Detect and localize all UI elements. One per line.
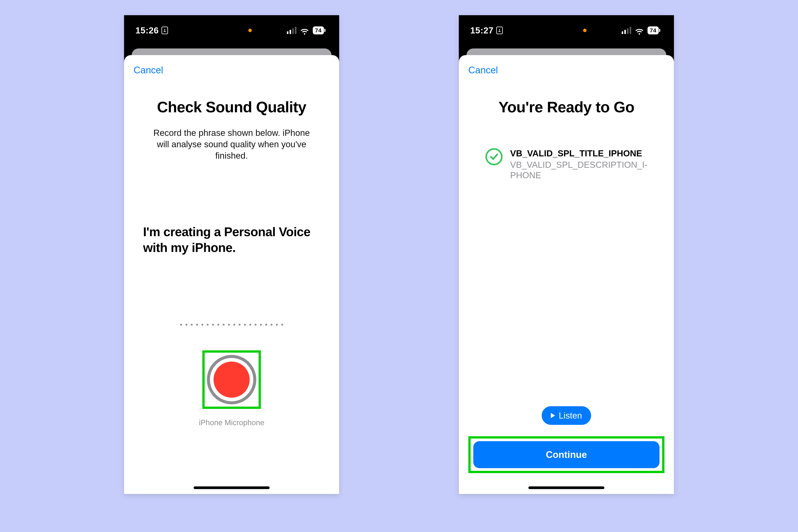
status-bar: 15:27 74 — [459, 15, 674, 45]
tutorial-highlight-box — [202, 350, 261, 409]
wifi-icon — [635, 27, 644, 34]
status-time: 15:26 — [135, 25, 159, 36]
cancel-button[interactable]: Cancel — [468, 64, 664, 76]
modal-sheet: Cancel Check Sound Quality Record the ph… — [124, 55, 339, 494]
recording-indicator-dot — [583, 29, 587, 32]
validation-description: VB_VALID_SPL_DESCRIPTION_I-PHONE — [510, 159, 647, 180]
continue-button[interactable]: Continue — [473, 441, 660, 468]
cancel-button[interactable]: Cancel — [134, 64, 330, 76]
checkmark-circle-icon — [486, 148, 502, 165]
validation-row: VB_VALID_SPL_TITLE_IPHONE VB_VALID_SPL_D… — [486, 148, 647, 180]
cellular-signal-icon — [287, 27, 297, 34]
battery-icon: 74 — [647, 26, 659, 34]
phone-screenshot-left: 15:26 74 Cancel Check Sound Quality Reco… — [124, 15, 339, 494]
status-right-group: 74 — [287, 26, 324, 34]
waveform-placeholder — [134, 324, 330, 326]
microphone-source-label: iPhone Microphone — [134, 418, 330, 427]
recording-indicator-dot — [248, 29, 252, 32]
svg-point-1 — [499, 29, 500, 31]
contact-card-icon — [162, 26, 168, 34]
tutorial-highlight-box: Continue — [468, 436, 664, 473]
status-time-group: 15:26 — [135, 25, 168, 36]
listen-button-label: Listen — [559, 411, 582, 421]
status-time: 15:27 — [470, 25, 494, 36]
recording-phrase: I'm creating a Personal Voice with my iP… — [143, 224, 320, 255]
page-subtitle: Record the phrase shown below. iPhone wi… — [147, 127, 316, 161]
play-icon — [551, 413, 555, 418]
home-indicator[interactable] — [528, 487, 604, 489]
svg-point-0 — [164, 29, 165, 31]
battery-icon: 74 — [313, 26, 324, 34]
home-indicator[interactable] — [194, 487, 270, 489]
status-bar: 15:26 74 — [124, 15, 339, 45]
listen-button[interactable]: Listen — [542, 406, 591, 425]
status-time-group: 15:27 — [470, 25, 503, 36]
page-title: Check Sound Quality — [134, 98, 330, 116]
wifi-icon — [300, 27, 309, 34]
record-icon — [213, 362, 250, 398]
phone-screenshot-right: 15:27 74 Cancel You're Ready to Go VB_VA… — [459, 15, 674, 494]
contact-card-icon — [496, 26, 503, 34]
cellular-signal-icon — [622, 27, 631, 34]
record-button[interactable] — [207, 355, 256, 404]
status-right-group: 74 — [622, 26, 659, 34]
modal-sheet: Cancel You're Ready to Go VB_VALID_SPL_T… — [459, 55, 674, 494]
page-title: You're Ready to Go — [468, 98, 664, 116]
validation-title: VB_VALID_SPL_TITLE_IPHONE — [510, 148, 647, 158]
